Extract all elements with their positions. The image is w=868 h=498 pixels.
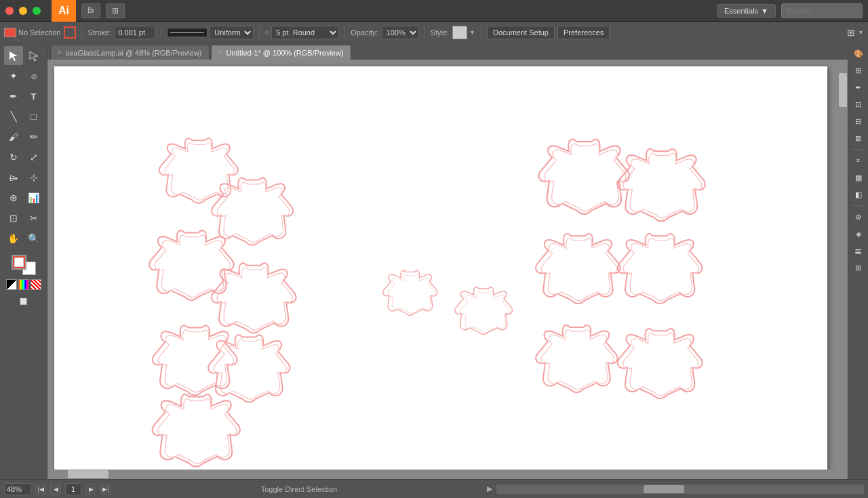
zoom-input[interactable] [4,483,31,495]
stroke-line [170,32,204,33]
fg-color-box[interactable] [12,255,26,270]
brush-select[interactable]: 5 pt. Round [271,26,339,39]
gradient-icon[interactable] [18,279,29,290]
transform-button[interactable]: ⊡ [851,97,866,112]
toolbar: No Selection Stroke: Uniform 5 pt. Round… [0,22,868,43]
free-transform-tool[interactable]: ⊹ [24,168,43,187]
search-input[interactable] [781,3,863,18]
left-tools-panel: ✦ ⌾ ✒ T ╲ □ 🖌 ✏ ↻ ⤢ ⌲ ⊹ ⊛ 📊 ⊡ ✂ [0,43,47,479]
selection-tool[interactable] [4,46,23,65]
main-area: ✦ ⌾ ✒ T ╲ □ 🖌 ✏ ↻ ⤢ ⌲ ⊹ ⊛ 📊 ⊡ ✂ [0,43,868,479]
symbols-button[interactable]: ⊕ [851,209,866,224]
stroke-label: Stroke: [87,28,111,37]
style-label: Style: [431,28,450,37]
hand-tool[interactable]: ✋ [4,229,23,248]
page-number-input[interactable] [65,483,81,495]
style-color-box[interactable] [452,26,467,39]
nav-arrow-right[interactable]: ▶ [487,484,492,493]
next-page-btn[interactable]: ▶ [85,484,96,495]
sep5 [425,26,425,39]
vertical-scrollbar[interactable] [838,60,848,479]
horizontal-scrollbar[interactable] [47,470,838,479]
tab-untitled[interactable]: × Untitled-1* @ 100% (RGB/Preview) [211,45,351,60]
stroke-style-select[interactable]: Uniform [210,26,254,39]
screen-mode-button[interactable]: ⬜ [18,295,30,308]
color-panel-button[interactable]: 🎨 [851,46,866,61]
sep6 [481,26,481,39]
canvas-wrapper[interactable] [47,60,848,479]
brushes-button[interactable]: ✒ [851,80,866,95]
selection-label: No Selection [18,28,60,37]
pen-tool[interactable]: ✒ [4,87,23,106]
layers-button[interactable]: ≣ [851,243,866,258]
rotate-tool[interactable]: ↻ [4,148,23,167]
paintbrush-tool[interactable]: 🖌 [4,127,23,146]
stroke-value-input[interactable] [115,26,155,39]
color-boxes[interactable] [12,255,36,275]
rect-tool[interactable]: □ [24,107,43,126]
stroke-preview [167,28,208,37]
swatches-button[interactable]: ⊞ [851,63,866,78]
sep2 [161,26,161,39]
color-mode-icon[interactable] [6,279,17,290]
right-tools-panel: 🎨 ⊞ ✒ ⊡ ⊟ ⊠ ≡ ▦ ◧ ⊕ ◈ ≣ ⊞ [848,43,868,479]
star-right-4b [623,238,698,301]
document-setup-button[interactable]: Document Setup [487,26,555,39]
pathfinder-button[interactable]: ⊠ [851,131,866,146]
tool-row-7: ⌲ ⊹ [1,168,45,187]
preferences-button[interactable]: Preferences [557,26,610,39]
pencil-tool[interactable]: ✏ [24,127,43,146]
zoom-tool[interactable]: 🔍 [24,229,43,248]
pattern-icon[interactable] [31,279,41,290]
tool-row-9: ⊡ ✂ [1,209,45,228]
symbol-sprayer-tool[interactable]: ⊛ [4,188,23,207]
transparency-button[interactable]: ◧ [851,187,866,202]
close-button[interactable] [5,7,14,15]
star-right-6b [623,333,698,396]
first-page-btn[interactable]: |◀ [35,484,46,495]
maximize-button[interactable] [33,7,41,15]
tab-close-seaglass[interactable]: × [58,49,62,56]
artboard-tool[interactable]: ⊡ [4,209,23,228]
last-page-btn[interactable]: ▶| [100,484,111,495]
zoom-area [4,483,31,495]
column-graph-tool[interactable]: 📊 [24,188,43,207]
arrange-button[interactable]: ⊞ [106,3,125,18]
appearance-button[interactable]: ◈ [851,226,866,241]
bridge-button[interactable]: Br [81,3,100,18]
minimize-button[interactable] [19,7,27,15]
prev-page-btn[interactable]: ◀ [50,484,61,495]
stroke-panel-button[interactable]: ≡ [851,153,866,168]
h-scroll-thumb[interactable] [644,485,684,493]
star-right-3b [541,238,616,301]
essentials-button[interactable]: Essentials ▼ [717,4,776,18]
tab-seaglass[interactable]: × seaGlassLamp.ai @ 48% (RGB/Preview) [50,45,210,60]
stroke-indicator[interactable] [64,26,76,39]
bottom-horizontal-scrollbar[interactable] [496,484,864,494]
tabs: × seaGlassLamp.ai @ 48% (RGB/Preview) × … [47,43,848,60]
line-tool[interactable]: ╲ [4,107,23,126]
fill-color-indicator[interactable] [4,28,16,37]
vertical-scrollbar-thumb[interactable] [839,73,847,107]
slice-tool[interactable]: ✂ [24,209,43,228]
opacity-select[interactable]: 100% [382,26,419,39]
style-group: Style: ▼ [431,26,475,39]
warp-tool[interactable]: ⌲ [4,168,23,187]
lasso-tool[interactable]: ⌾ [24,66,43,85]
scale-tool[interactable]: ⤢ [24,148,43,167]
gradient-panel-button[interactable]: ▦ [851,170,866,185]
color-area [1,255,45,290]
align-button[interactable]: ⊟ [851,114,866,129]
tool-row-2: ✦ ⌾ [1,66,45,85]
star-right-5b [542,330,614,390]
type-tool[interactable]: T [24,87,43,106]
tab-close-untitled[interactable]: × [218,49,222,56]
dropdown-icon[interactable]: ▼ [858,29,864,36]
direct-selection-tool[interactable] [24,46,43,65]
artboards-button[interactable]: ⊞ [851,260,866,275]
horizontal-scrollbar-thumb[interactable] [68,470,108,478]
arrange-icon[interactable]: ⊞ [847,27,855,38]
star-center-1b [388,274,435,313]
magic-wand-tool[interactable]: ✦ [4,66,23,85]
selection-group: No Selection [4,26,76,39]
